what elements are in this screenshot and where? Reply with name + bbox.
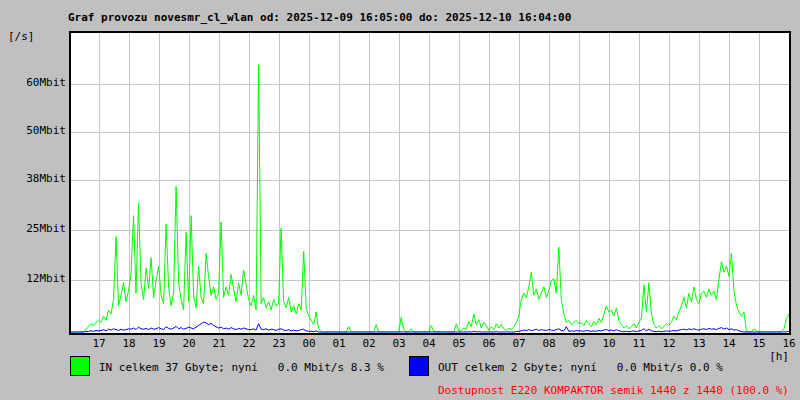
x-tick-label: 13	[688, 338, 710, 350]
y-tick-label: 12Mbit	[2, 273, 66, 285]
y-tick-label: 38Mbit	[2, 173, 66, 185]
x-tick-label: 22	[238, 338, 260, 350]
y-axis-unit-label: [/s]	[8, 30, 35, 43]
availability-text: Dostupnost E220 KOMPAKTOR semik 1440 z 1…	[438, 384, 789, 397]
x-axis-unit-label: [h]	[763, 350, 789, 363]
x-tick-label: 14	[718, 338, 740, 350]
x-tick-label: 01	[328, 338, 350, 350]
x-tick-label: 06	[478, 338, 500, 350]
plot-area	[69, 31, 791, 335]
legend-in-swatch	[70, 356, 90, 376]
x-tick-label: 05	[448, 338, 470, 350]
graph-title: Graf provozu novesmr_cl_wlan od: 2025-12…	[68, 11, 571, 24]
x-tick-label: 17	[88, 338, 110, 350]
traffic-chart	[71, 33, 789, 333]
x-tick-label: 16	[778, 338, 800, 350]
y-tick-label: 50Mbit	[2, 125, 66, 137]
x-tick-label: 09	[568, 338, 590, 350]
x-tick-label: 04	[418, 338, 440, 350]
x-tick-label: 03	[388, 338, 410, 350]
x-tick-label: 12	[658, 338, 680, 350]
x-tick-label: 02	[358, 338, 380, 350]
x-tick-label: 08	[538, 338, 560, 350]
x-tick-label: 07	[508, 338, 530, 350]
x-tick-label: 20	[178, 338, 200, 350]
legend-out-label: OUT celkem 2 Gbyte; nyní 0.0 Mbit/s 0.0 …	[438, 361, 723, 374]
x-tick-label: 11	[628, 338, 650, 350]
x-tick-label: 00	[298, 338, 320, 350]
y-tick-label: 60Mbit	[2, 77, 66, 89]
x-tick-label: 21	[208, 338, 230, 350]
x-tick-label: 10	[598, 338, 620, 350]
x-tick-label: 19	[148, 338, 170, 350]
y-tick-label: 25Mbit	[2, 223, 66, 235]
x-tick-label: 15	[748, 338, 770, 350]
legend-in-label: IN celkem 37 Gbyte; nyní 0.0 Mbit/s 8.3 …	[99, 361, 384, 374]
x-tick-label: 23	[268, 338, 290, 350]
legend-out-swatch	[409, 356, 429, 376]
x-tick-label: 18	[118, 338, 140, 350]
